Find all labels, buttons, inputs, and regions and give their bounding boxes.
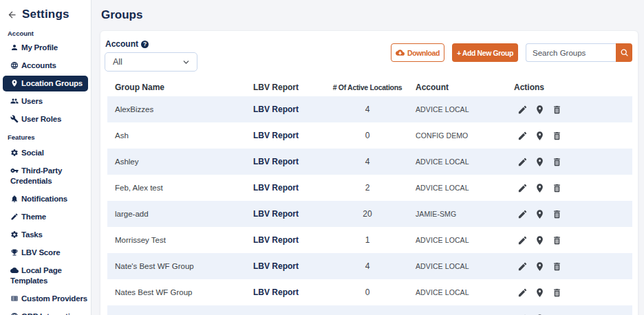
- active-locations-cell: 4: [328, 157, 407, 166]
- actions-cell: [507, 235, 632, 246]
- sidebar-item-theme[interactable]: Theme: [0, 212, 91, 222]
- table-row: [107, 305, 632, 315]
- lbv-report-cell: LBV Report: [246, 131, 328, 140]
- sidebar-item-label: Social: [21, 149, 44, 157]
- trash-icon[interactable]: [552, 183, 562, 193]
- lbv-report-link[interactable]: LBV Report: [253, 209, 299, 219]
- group-name-cell: Nates Best WF Group: [107, 288, 246, 296]
- add-new-group-button[interactable]: + Add New Group: [452, 43, 518, 62]
- location-pin-icon[interactable]: [535, 131, 545, 141]
- search-button[interactable]: [616, 43, 632, 62]
- lbv-report-link[interactable]: LBV Report: [253, 235, 299, 245]
- sidebar-item-label: Custom Providers: [21, 294, 87, 303]
- account-filter: Account ? All: [105, 39, 197, 72]
- location-pin-icon[interactable]: [535, 235, 545, 246]
- sidebar-item-custom-providers[interactable]: Custom Providers: [0, 294, 91, 304]
- back-arrow-icon[interactable]: [7, 10, 17, 20]
- sidebar-item-label: Theme: [21, 213, 46, 221]
- sidebar-item-lbv-score[interactable]: LBV Score: [0, 248, 91, 258]
- lbv-report-cell: LBV Report: [246, 157, 328, 166]
- sidebar-item-accounts[interactable]: Accounts: [0, 61, 91, 71]
- sidebar-item-social[interactable]: Social: [0, 148, 91, 158]
- globe-icon: [10, 312, 19, 315]
- trash-icon[interactable]: [552, 131, 562, 141]
- trash-icon[interactable]: [552, 287, 562, 298]
- location-pin-icon[interactable]: [535, 261, 545, 272]
- globe-icon: [10, 61, 19, 69]
- table-row: Morrissey Test LBV Report 1 ADVICE LOCAL: [107, 227, 632, 253]
- account-cell: ADVICE LOCAL: [407, 105, 507, 113]
- group-name-cell: Ash: [107, 131, 246, 140]
- sidebar-item-label: LBV Score: [21, 248, 60, 257]
- location-pin-icon[interactable]: [535, 183, 545, 193]
- sidebar-item-location-groups[interactable]: Location Groups: [3, 76, 88, 91]
- sidebar-item-users[interactable]: Users: [0, 96, 91, 107]
- lbv-report-link[interactable]: LBV Report: [253, 157, 299, 166]
- sidebar-item-label: User Roles: [21, 115, 61, 123]
- location-pin-icon[interactable]: [535, 287, 545, 298]
- edit-pencil-icon[interactable]: [517, 235, 528, 246]
- table-row: Nates Best WF Group LBV Report 0 ADVICE …: [107, 279, 632, 305]
- actions-cell: [507, 261, 632, 272]
- controls-row: Account ? All Download + Add New Group: [105, 39, 632, 72]
- edit-pencil-icon[interactable]: [517, 157, 528, 167]
- download-button[interactable]: Download: [391, 43, 444, 62]
- edit-pencil-icon[interactable]: [517, 183, 528, 193]
- person-icon: [10, 43, 19, 52]
- lbv-report-link[interactable]: LBV Report: [253, 183, 299, 193]
- account-cell: JAMIE-SMG: [407, 210, 507, 218]
- column-header-actions: Actions: [507, 83, 632, 92]
- sidebar-item-tasks[interactable]: Tasks: [0, 230, 91, 240]
- actions-cell: [507, 287, 632, 298]
- lbv-report-link[interactable]: LBV Report: [253, 105, 299, 114]
- active-locations-cell: 20: [328, 209, 407, 219]
- account-cell: ADVICE LOCAL: [407, 262, 507, 270]
- account-filter-label: Account: [105, 39, 138, 49]
- location-pin-icon[interactable]: [535, 209, 545, 219]
- edit-pencil-icon[interactable]: [517, 287, 528, 298]
- wrench-icon: [10, 115, 19, 123]
- edit-pencil-icon[interactable]: [517, 209, 528, 219]
- help-icon[interactable]: ?: [141, 41, 149, 48]
- lbv-report-link[interactable]: LBV Report: [253, 131, 299, 140]
- lbv-report-link[interactable]: LBV Report: [253, 287, 299, 297]
- actions-cell: [507, 131, 632, 141]
- column-header-lbv-report: LBV Report: [246, 83, 328, 92]
- sidebar-item-third-party-credentials[interactable]: Third-Party Credentials: [0, 166, 91, 186]
- group-name-cell: large-add: [107, 210, 246, 218]
- table-row: AlexBizzes LBV Report 4 ADVICE LOCAL: [107, 96, 632, 122]
- lbv-report-link[interactable]: LBV Report: [253, 261, 299, 271]
- sidebar-item-gbp-integration[interactable]: GBP Integration: [0, 312, 91, 315]
- gear-icon: [10, 230, 19, 239]
- column-header-account: Account: [407, 83, 507, 92]
- trash-icon[interactable]: [552, 261, 562, 272]
- account-label-row: Account ?: [105, 39, 197, 49]
- active-locations-cell: 0: [328, 287, 407, 297]
- sidebar-item-my-profile[interactable]: My Profile: [0, 43, 91, 53]
- search-input[interactable]: [526, 43, 616, 62]
- trash-icon[interactable]: [552, 209, 562, 219]
- table-body: AlexBizzes LBV Report 4 ADVICE LOCAL Ash…: [107, 96, 632, 315]
- trash-icon[interactable]: [552, 235, 562, 246]
- active-locations-cell: 4: [328, 105, 407, 114]
- lbv-report-cell: LBV Report: [246, 209, 328, 219]
- sidebar-item-notifications[interactable]: Notifications: [0, 194, 91, 204]
- download-button-label: Download: [407, 49, 440, 57]
- column-header-group-name: Group Name: [107, 83, 246, 92]
- toolbar: Download + Add New Group: [391, 43, 632, 62]
- row-actions: [517, 287, 632, 298]
- trash-icon[interactable]: [552, 157, 562, 167]
- edit-pencil-icon[interactable]: [517, 131, 528, 141]
- edit-pencil-icon[interactable]: [517, 105, 528, 115]
- trash-icon[interactable]: [552, 105, 562, 115]
- location-pin-icon[interactable]: [535, 157, 545, 167]
- sidebar-title: Settings: [22, 8, 69, 21]
- row-actions: [517, 157, 632, 167]
- location-pin-icon[interactable]: [535, 105, 545, 115]
- account-select[interactable]: All: [105, 52, 197, 72]
- lbv-report-cell: LBV Report: [246, 235, 328, 245]
- row-actions: [517, 131, 632, 141]
- sidebar-item-user-roles[interactable]: User Roles: [0, 114, 91, 124]
- sidebar-item-local-page-templates[interactable]: Local Page Templates: [0, 265, 91, 286]
- edit-pencil-icon[interactable]: [517, 261, 528, 272]
